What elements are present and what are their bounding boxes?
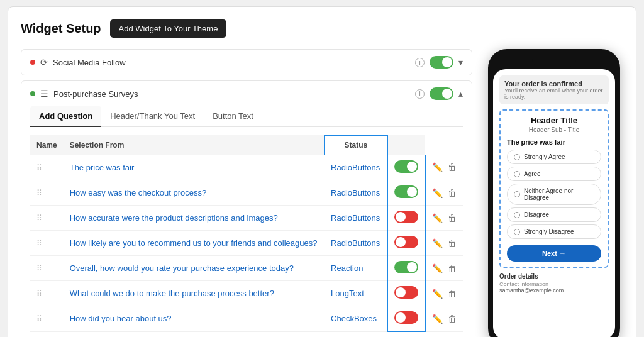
question-status-toggle[interactable] (394, 211, 418, 223)
info-icon-survey[interactable]: i (415, 89, 425, 99)
radio-option[interactable]: Agree (507, 167, 601, 181)
radio-label: Neither Agree nor Disagree (524, 187, 594, 201)
col-actions (387, 135, 425, 155)
selection-type: RadioButtons (331, 163, 380, 172)
col-name: Name (30, 135, 64, 155)
radio-circle (514, 171, 520, 177)
col-status: Status (325, 135, 387, 155)
question-status-toggle[interactable] (394, 311, 418, 324)
right-panel: Your order is confirmed You'll receive a… (485, 49, 623, 337)
status-dot-green (30, 91, 35, 96)
radio-options: Strongly Agree Agree Neither Agree nor D… (507, 150, 601, 239)
radio-option[interactable]: Disagree (507, 207, 601, 222)
social-media-header: ⟳ Social Media Follow i ▾ (21, 50, 472, 75)
delete-icon[interactable]: 🗑 (448, 162, 457, 172)
question-name-link[interactable]: Overall, how would you rate your purchas… (70, 263, 294, 273)
drag-handle[interactable]: ⠿ (36, 289, 42, 298)
question-name-link[interactable]: How likely are you to recommend us to yo… (70, 238, 318, 248)
drag-handle[interactable]: ⠿ (36, 163, 42, 172)
add-widget-button[interactable]: Add Widget To Your Theme (110, 19, 227, 38)
drag-handle[interactable]: ⠿ (36, 264, 42, 273)
question-status-toggle[interactable] (394, 236, 418, 248)
drag-handle[interactable]: ⠿ (36, 314, 42, 323)
radio-label: Strongly Agree (524, 153, 565, 160)
question-name-link[interactable]: The price was fair (70, 163, 135, 172)
tab-button-text[interactable]: Button Text (204, 106, 262, 127)
survey-preview-sub: Header Sub - Title (507, 126, 601, 133)
col-selection: Selection From (64, 135, 325, 155)
next-button[interactable]: Next → (507, 245, 601, 262)
delete-icon[interactable]: 🗑 (448, 314, 457, 324)
radio-label: Strongly Disagree (524, 228, 574, 235)
question-status-toggle[interactable] (394, 160, 418, 173)
edit-icon[interactable]: ✏️ (432, 314, 443, 324)
radio-label: Disagree (524, 211, 549, 218)
survey-icon: ☰ (40, 89, 48, 99)
main-content: ⟳ Social Media Follow i ▾ ☰ Post-pur (21, 49, 623, 337)
social-chevron[interactable]: ▾ (458, 57, 463, 67)
survey-header: ☰ Post-purchase Surveys i ▴ (21, 81, 472, 106)
social-media-follow-row: ⟳ Social Media Follow i ▾ (21, 49, 472, 75)
radio-circle (514, 212, 520, 218)
order-details-section: Order details Contact information samant… (499, 273, 609, 294)
order-confirmed-sub: You'll receive an email when your order … (504, 87, 604, 100)
survey-preview-box: Header Title Header Sub - Title The pric… (499, 109, 609, 268)
radio-label: Agree (524, 170, 541, 177)
edit-icon[interactable]: ✏️ (432, 263, 443, 273)
selection-type: RadioButtons (331, 238, 380, 248)
edit-icon[interactable]: ✏️ (432, 213, 443, 223)
status-dot-red (30, 60, 35, 65)
delete-icon[interactable]: 🗑 (448, 289, 457, 299)
question-name-link[interactable]: How did you hear about us? (70, 314, 172, 323)
selection-type: LongText (331, 289, 364, 298)
social-icon: ⟳ (40, 57, 48, 67)
page-title: Widget Setup (21, 21, 101, 36)
delete-icon[interactable]: 🗑 (448, 263, 457, 273)
selection-type: CheckBoxes (331, 314, 377, 323)
survey-preview-question: The price was fair (507, 138, 601, 146)
tab-header-text[interactable]: Header/Thank You Text (101, 106, 204, 127)
survey-label: Post-purchase Surveys (53, 89, 410, 99)
info-icon-social[interactable]: i (415, 58, 425, 67)
edit-icon[interactable]: ✏️ (432, 289, 443, 299)
survey-tabs: Add Question Header/Thank You Text Butto… (30, 106, 463, 127)
drag-handle[interactable]: ⠿ (36, 239, 42, 248)
question-name-link[interactable]: What could we do to make the purchase pr… (70, 289, 274, 298)
order-details-title: Order details (499, 273, 609, 280)
order-confirmed-bar: Your order is confirmed You'll receive a… (499, 75, 609, 104)
edit-icon[interactable]: ✏️ (432, 188, 443, 198)
order-confirmed-title: Your order is confirmed (504, 80, 604, 87)
selection-type: Reaction (331, 263, 363, 273)
widget-setup-container: Widget Setup Add Widget To Your Theme ⟳ … (8, 6, 636, 337)
delete-icon[interactable]: 🗑 (448, 213, 457, 223)
page-header: Widget Setup Add Widget To Your Theme (21, 19, 623, 38)
survey-expanded-content: Add Question Header/Thank You Text Butto… (21, 106, 472, 337)
radio-circle (514, 229, 520, 235)
post-purchase-surveys-row: ☰ Post-purchase Surveys i ▴ Add Question (21, 80, 472, 337)
radio-option[interactable]: Strongly Agree (507, 150, 601, 164)
left-panel: ⟳ Social Media Follow i ▾ ☰ Post-pur (21, 49, 472, 337)
edit-icon[interactable]: ✏️ (432, 162, 443, 172)
question-status-toggle[interactable] (394, 261, 418, 273)
delete-icon[interactable]: 🗑 (448, 238, 457, 248)
survey-toggle[interactable] (430, 87, 453, 100)
tab-add-question[interactable]: Add Question (30, 106, 101, 127)
question-name-link[interactable]: How easy was the checkout process? (70, 188, 207, 197)
delete-icon[interactable]: 🗑 (448, 188, 457, 198)
radio-option[interactable]: Neither Agree nor Disagree (507, 184, 601, 205)
radio-option[interactable]: Strongly Disagree (507, 224, 601, 239)
contact-label: Contact information (499, 281, 609, 287)
question-status-toggle[interactable] (394, 185, 418, 198)
drag-handle[interactable]: ⠿ (36, 189, 42, 197)
radio-circle (514, 191, 520, 197)
contact-value: samantha@example.com (499, 287, 609, 294)
social-media-toggle[interactable] (430, 56, 453, 69)
phone-screen: Your order is confirmed You'll receive a… (493, 69, 615, 337)
edit-icon[interactable]: ✏️ (432, 238, 443, 248)
radio-circle (514, 154, 520, 160)
question-name-link[interactable]: How accurate were the product descriptio… (70, 213, 278, 223)
selection-type: RadioButtons (331, 213, 380, 223)
question-status-toggle[interactable] (394, 286, 418, 299)
drag-handle[interactable]: ⠿ (36, 214, 42, 223)
survey-chevron[interactable]: ▴ (458, 89, 463, 99)
